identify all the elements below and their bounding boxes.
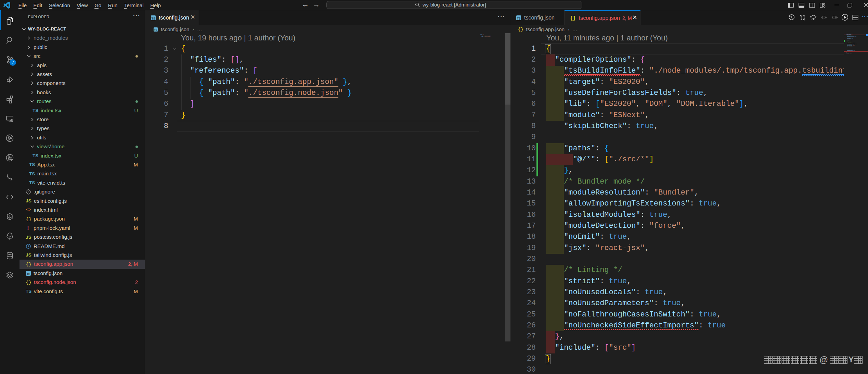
svg-text:TS: TS bbox=[152, 17, 155, 20]
svg-text:TS: TS bbox=[27, 272, 30, 276]
svg-text:TS: TS bbox=[154, 28, 157, 32]
svg-text:TS: TS bbox=[517, 17, 521, 20]
